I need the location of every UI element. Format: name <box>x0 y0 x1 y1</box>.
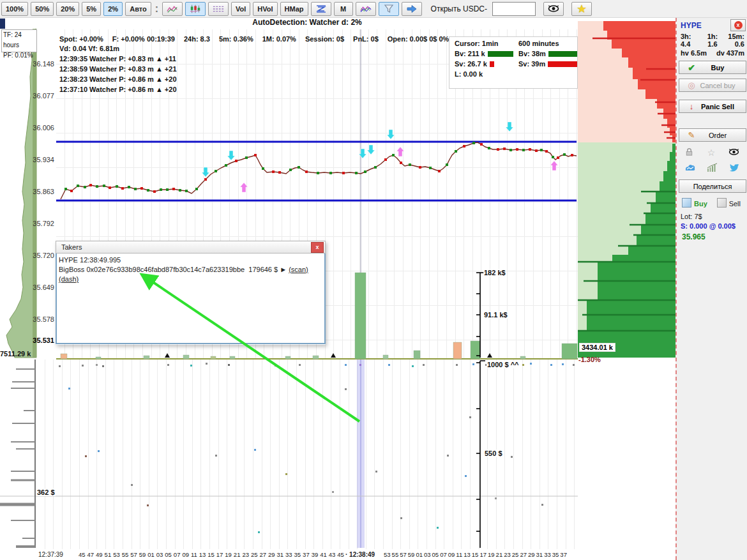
m-button[interactable]: M <box>334 2 353 16</box>
spy-eye-button[interactable] <box>543 2 564 16</box>
taker-address: 0x02e76c933b98c46fabd87fb30c14c7a623319b… <box>86 266 245 273</box>
twitter-bird-icon[interactable] <box>728 163 739 173</box>
watcher-line: 12:38:59 Watcher P: +0.83 m ▲ +21 <box>59 64 449 73</box>
time-tick: 21 <box>234 551 241 558</box>
time-tick: 51 <box>105 551 112 558</box>
lot-label: Lot: 7$ <box>677 208 747 220</box>
zoom-button-20pct[interactable]: 20% <box>56 2 79 16</box>
lock-icon[interactable] <box>684 147 694 158</box>
panic-arrow-icon: ↓ <box>683 102 700 111</box>
legend-volume-bar <box>490 61 494 67</box>
dash-link[interactable]: (dash) <box>59 275 79 283</box>
star-outline-icon[interactable]: ☆ <box>707 148 716 158</box>
col-1h: 1h: <box>702 33 723 40</box>
legend-title: 600 minutes <box>518 39 577 48</box>
depth-volume-label: 3434.01 k <box>579 343 615 352</box>
info-segment: 1M: 0.07% <box>262 35 296 43</box>
val-15m: 0.6 <box>723 40 744 48</box>
time-axis: 12:37:39 4547495153555759010305070911131… <box>0 549 578 560</box>
candles-icon-button[interactable] <box>185 2 206 16</box>
price-axis-label: 35.578 <box>19 315 54 323</box>
scan-link[interactable]: (scan) <box>289 266 308 273</box>
time-tick: 15 <box>472 551 479 558</box>
zoom-button-50pct[interactable]: 50% <box>31 2 54 16</box>
zoom-button-Авто[interactable]: Авто <box>125 2 151 16</box>
col-15m: 15m: <box>723 33 744 40</box>
cloud-chart-icon[interactable] <box>684 163 696 173</box>
line-chart-icon-button[interactable] <box>162 2 183 16</box>
time-tick: 29 <box>268 551 275 558</box>
order-button[interactable]: ✎ Order <box>679 128 746 142</box>
vol-button[interactable]: Vol <box>231 2 250 16</box>
position-label: S: 0.000 @ 0.00$ <box>677 220 747 230</box>
val-3h: 4.4 <box>681 40 702 48</box>
corner-block <box>0 19 5 29</box>
multi-waves-icon <box>360 4 372 13</box>
panel-close-button[interactable]: x <box>730 19 746 31</box>
price-axis-label: 35.792 <box>19 220 54 227</box>
price-axis-label: 35.531 <box>19 337 54 344</box>
time-tick: 01 <box>416 551 423 558</box>
volatility-grid: 3h: 1h: 15m: 4.4 1.6 0.6 <box>677 31 747 48</box>
panic-sell-button[interactable]: ↓ Panic Sell <box>679 100 746 113</box>
buy-button[interactable]: ✔ Buy <box>679 61 746 74</box>
time-tick: 23 <box>504 551 511 558</box>
time-tick: 29 <box>528 551 535 558</box>
takers-close-button[interactable]: x <box>311 242 324 253</box>
trade-scale-top: 1000 $ ^^ <box>487 361 520 368</box>
taker-arrow-icon: ► <box>280 266 287 273</box>
time-tick: 33 <box>285 551 292 558</box>
candles-icon <box>190 4 201 14</box>
time-tick: 15 <box>207 551 215 558</box>
zoom-button-5pct[interactable]: 5% <box>82 2 101 16</box>
multi-waves-icon-button[interactable] <box>356 2 376 16</box>
time-tick: 13 <box>199 551 206 558</box>
timeframe-z-icon <box>315 4 327 13</box>
hmap-button[interactable]: HMap <box>280 2 308 16</box>
time-tick: 25 <box>251 551 258 558</box>
cancel-buy-button[interactable]: ◎ Cancel buy <box>679 79 746 92</box>
time-tick: 33 <box>544 551 551 558</box>
favorite-star-button[interactable]: ★ <box>571 2 592 16</box>
info-line2: Vd: 0.04 Vf: 6.81m <box>59 44 449 53</box>
volume-total-label: 7511.29 k <box>0 350 31 358</box>
zoom-button-2pct[interactable]: 2% <box>103 2 123 16</box>
go-arrow-icon-button[interactable] <box>402 2 422 16</box>
time-tick: 23 <box>242 551 249 558</box>
dashed-levels-icon-button[interactable] <box>208 2 229 16</box>
legend-label: L: 0.00 k <box>455 70 483 78</box>
time-ticks-2: 5355575901030507091113151719212325272931… <box>384 551 567 558</box>
info-segment: Spot: +0.00% <box>59 35 103 43</box>
open-usdc-label: Открыть USDC- <box>431 4 487 13</box>
takers-line2: BigBoss 0x02e76c933b98c46fabd87fb30c14c7… <box>59 265 324 284</box>
hvol-button[interactable]: HVol <box>253 2 277 16</box>
share-button[interactable]: Поделиться <box>679 179 746 193</box>
takers-titlebar[interactable]: Takers x <box>56 241 326 254</box>
watch-eye-icon[interactable] <box>728 148 739 157</box>
order-side-panel: HYPE x 3h: 1h: 15m: 4.4 1.6 0.6 hv 6.5m … <box>675 18 747 560</box>
open-usdc-input[interactable] <box>492 2 536 16</box>
price-axis-label: 36.148 <box>19 60 54 68</box>
info-segment: 5m: 0.36% <box>219 35 253 43</box>
time-tick: 47 <box>87 551 94 558</box>
time-tick: 55 <box>392 551 399 558</box>
taker-name: BigBoss <box>59 266 84 273</box>
time-tick: 03 <box>424 551 431 558</box>
buy-mode-toggle[interactable]: Buy <box>682 198 707 208</box>
legend-label: Sv: 39m <box>518 60 545 68</box>
timeframe-z-icon-button[interactable] <box>311 2 331 16</box>
legend-volume-bar <box>548 51 577 57</box>
bar-chart-icon[interactable] <box>707 163 718 173</box>
spy-eye-icon <box>548 4 559 13</box>
time-tick: 35 <box>294 551 301 558</box>
zoom-button-100pct[interactable]: 100% <box>1 2 28 16</box>
time-tick: 21 <box>496 551 503 558</box>
sell-mode-toggle[interactable]: Sell <box>717 198 741 208</box>
filter-funnel-icon-button[interactable] <box>379 2 399 16</box>
autodetection-header: AutoDetection: Watcher d: 2% <box>36 18 578 29</box>
takers-window: Takers x HYPE 12:38:49.995 BigBoss 0x02e… <box>56 241 326 345</box>
time-tick: 45 <box>337 551 344 558</box>
time-tick: 11 <box>191 551 197 558</box>
price-axis-label: 35.863 <box>19 188 54 195</box>
info-segment: Session: 0$ <box>305 35 344 43</box>
